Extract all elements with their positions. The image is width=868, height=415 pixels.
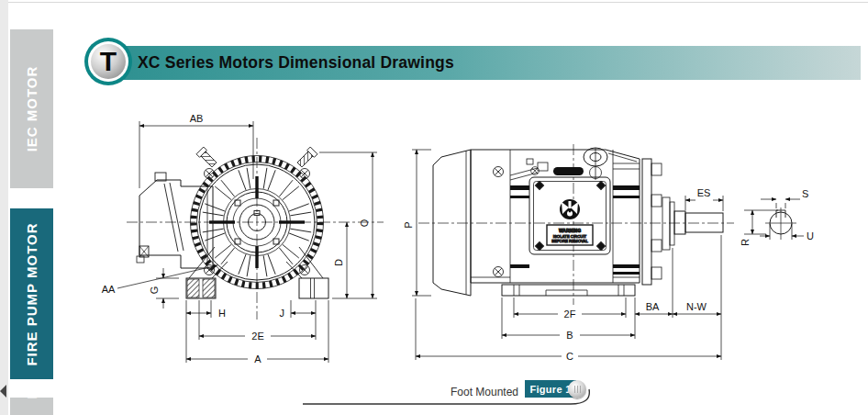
figure-caption: Foot Mounted [411, 386, 518, 398]
brand-logo-letter: T [91, 44, 126, 79]
dim-label-j: J [280, 308, 285, 319]
dim-label-p: P [403, 221, 414, 228]
dim-label-s: S [802, 188, 808, 199]
dim-label-2f: 2F [564, 308, 576, 320]
dim-label-g: G [149, 286, 160, 295]
dim-label-b: B [566, 330, 573, 341]
side-view: WARNING ISOLATE CIRCUIT BEFORE REMOVAL [403, 144, 734, 362]
dim-label-o: O [359, 219, 370, 227]
dim-label-d: D [333, 259, 344, 266]
warning-line-3: BEFORE REMOVAL [551, 239, 588, 243]
knob-grip-icon [574, 386, 581, 393]
figure-knob[interactable] [568, 380, 586, 398]
dim-label-es: ES [697, 187, 711, 198]
dim-label-c: C [566, 351, 573, 362]
dim-label-ba: BA [646, 301, 660, 312]
dim-label-r: R [740, 239, 751, 246]
dim-label-nw: N-W [686, 301, 707, 312]
side-base-plate [502, 285, 635, 296]
motor-plate: WARNING ISOLATE CIRCUIT BEFORE REMOVAL [529, 177, 610, 254]
shaft-section-detail: S U R [740, 188, 814, 246]
nameplate [553, 167, 584, 175]
terminal-box [137, 173, 213, 268]
dim-label-u: U [807, 230, 814, 241]
dim-label-2e: 2E [251, 331, 263, 342]
page-top-rule [0, 2, 868, 3]
dimensional-drawing-svg: AB O D G H J 2E A AA [0, 88, 868, 415]
page-title: XC Series Motors Dimensional Drawings [138, 53, 454, 73]
drive-end [642, 159, 723, 285]
eyebolt-right-icon [296, 147, 317, 168]
dim-label-aa: AA [102, 284, 116, 295]
brand-emblem-icon [560, 199, 580, 219]
dim-label-h: H [218, 308, 226, 319]
brand-logo-icon: T [84, 38, 132, 85]
front-view: AB O D G H J 2E A AA [102, 113, 384, 365]
warning-line-1: WARNING [559, 228, 581, 233]
eyebolt-left-icon [196, 147, 217, 168]
dim-label-ab: AB [190, 113, 204, 124]
dim-label-a: A [254, 353, 262, 365]
